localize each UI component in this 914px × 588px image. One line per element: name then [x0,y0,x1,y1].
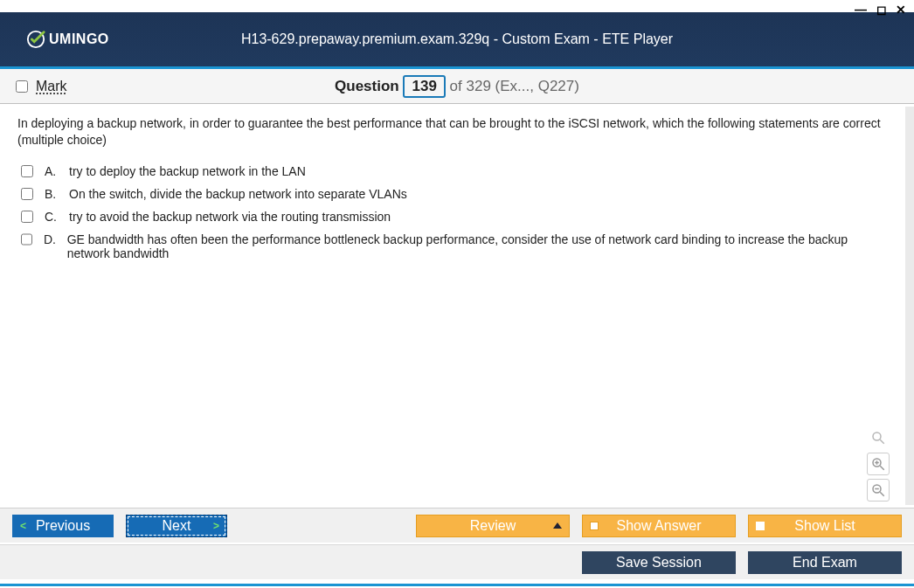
option-checkbox-a[interactable] [21,165,33,177]
review-button[interactable]: Review [416,515,570,537]
window-controls: — ◻ ✕ [855,2,909,17]
bottom-accent-line [0,584,914,586]
chevron-right-icon: > [213,520,219,532]
option-row[interactable]: C. try to avoid the backup network via t… [17,206,888,229]
question-count-tail: of 329 (Ex..., Q227) [450,78,579,94]
next-button[interactable]: Next > [126,515,227,537]
mark-checkbox[interactable] [16,80,28,93]
option-row[interactable]: D. GE bandwidth has often been the perfo… [17,229,888,264]
chevron-left-icon: < [20,520,26,532]
show-answer-button[interactable]: Show Answer [582,515,736,537]
mark-label: Mark [36,79,67,94]
option-letter: A. [45,164,60,178]
zoom-controls [867,426,890,502]
option-text: try to deploy the backup network in the … [69,164,306,178]
option-checkbox-d[interactable] [21,233,32,246]
option-checkbox-c[interactable] [21,211,33,223]
nav-bar-primary: < Previous Next > Review Show Answer Sho… [0,508,914,543]
question-header: Mark Question 139 of 329 (Ex..., Q227) [0,69,914,104]
triangle-up-icon [553,522,562,529]
svg-point-1 [873,432,881,440]
question-number-input[interactable]: 139 [403,75,445,98]
option-text: GE bandwidth has often been the performa… [67,232,888,260]
zoom-out-icon [870,482,886,498]
minimize-icon[interactable]: — [855,3,869,17]
window-title: H13-629.prepaway.premium.exam.329q - Cus… [0,31,914,47]
square-icon [590,522,599,530]
previous-label: Previous [36,518,90,534]
option-letter: B. [45,187,60,201]
zoom-in-icon [870,456,886,472]
zoom-reset-button[interactable] [867,426,890,449]
save-session-label: Save Session [616,555,702,571]
brand-check-icon [26,30,45,49]
zoom-in-button[interactable] [867,453,890,475]
option-letter: D. [44,232,59,246]
option-row[interactable]: B. On the switch, divide the backup netw… [17,183,888,206]
end-exam-button[interactable]: End Exam [748,551,902,574]
show-list-button[interactable]: Show List [748,515,902,537]
brand: UMINGO [26,30,109,49]
show-answer-label: Show Answer [617,518,702,534]
app-window: — ◻ ✕ UMINGO H13-629.prepaway.premium.ex… [0,0,914,588]
square-icon [756,522,765,530]
option-text: try to avoid the backup network via the … [69,210,391,224]
previous-button[interactable]: < Previous [12,515,114,537]
option-checkbox-b[interactable] [21,188,33,200]
magnifier-icon [870,430,886,446]
question-counter: Question 139 of 329 (Ex..., Q227) [0,75,914,98]
question-text: In deploying a backup network, in order … [17,115,888,149]
brand-text: UMINGO [49,31,109,47]
nav-bar-secondary: Save Session End Exam [0,544,914,579]
svg-line-4 [880,466,884,470]
svg-line-2 [880,439,884,444]
show-list-label: Show List [794,518,855,534]
question-word: Question [335,78,399,94]
header: UMINGO H13-629.prepaway.premium.exam.329… [0,12,914,69]
zoom-out-button[interactable] [867,479,890,502]
maximize-icon[interactable]: ◻ [876,3,890,17]
mark-checkbox-wrap[interactable]: Mark [12,78,67,95]
next-label: Next [163,518,191,534]
save-session-button[interactable]: Save Session [582,551,736,574]
option-text: On the switch, divide the backup network… [69,187,407,201]
option-row[interactable]: A. try to deploy the backup network in t… [17,161,888,183]
review-label: Review [470,518,516,534]
option-letter: C. [45,210,60,224]
close-icon[interactable]: ✕ [896,3,909,17]
question-panel: In deploying a backup network, in order … [0,107,914,505]
svg-line-8 [880,492,884,496]
end-exam-label: End Exam [793,555,857,571]
